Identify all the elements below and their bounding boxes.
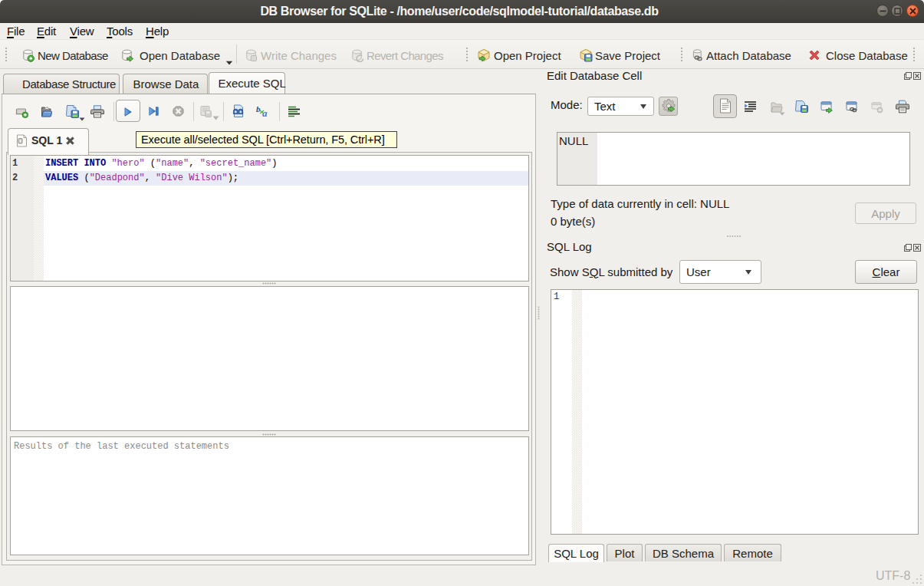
svg-text:b: b: [256, 105, 261, 114]
